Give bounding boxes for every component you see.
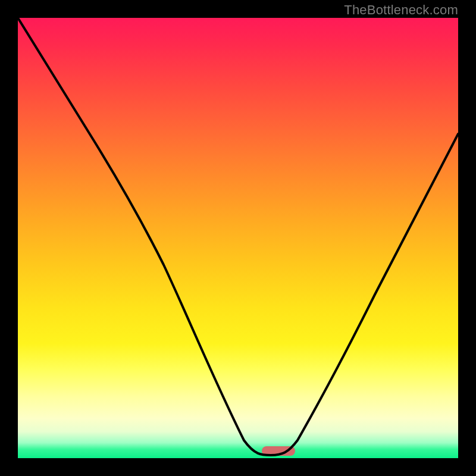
plot-area xyxy=(18,18,458,458)
bottleneck-curve xyxy=(18,18,458,458)
watermark-text: TheBottleneck.com xyxy=(344,2,458,18)
chart-frame: TheBottleneck.com xyxy=(0,0,476,476)
